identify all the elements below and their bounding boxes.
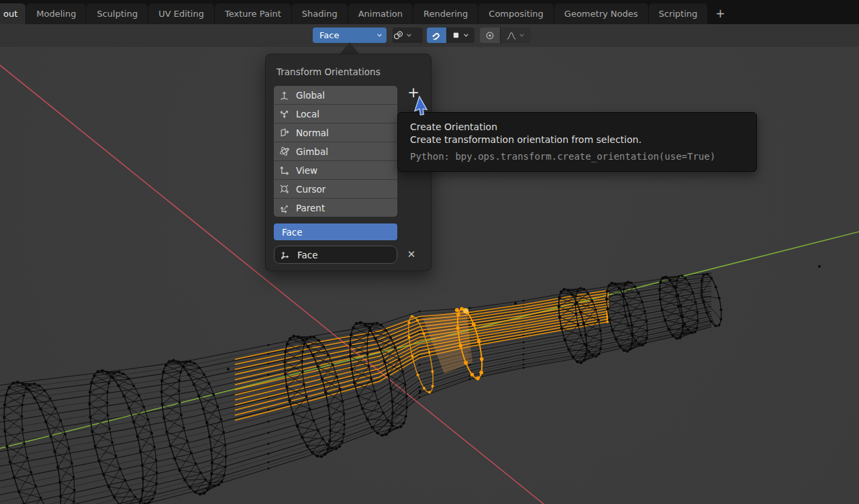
mouse-cursor-icon [411, 91, 438, 122]
snap-magnet-icon [432, 30, 442, 41]
workspace-tab-label: Sculpting [97, 9, 138, 19]
chevron-down-icon [518, 32, 525, 39]
orientation-normal-icon [279, 127, 290, 138]
orientation-option-local[interactable]: Local [274, 104, 397, 123]
orientation-option-cursor[interactable]: Cursor [274, 179, 397, 198]
workspace-tab-label: Geometry Nodes [564, 9, 638, 19]
tooltip-title: Create Orientation [410, 121, 744, 134]
workspace-tab-label: Modeling [36, 9, 76, 19]
orientation-option-view[interactable]: View [274, 160, 397, 179]
workspace-tab-label: Scripting [659, 9, 698, 19]
orientation-global-icon [279, 89, 290, 101]
orientation-name-field[interactable]: Face [274, 246, 397, 264]
workspace-tab-label: Compositing [489, 9, 544, 19]
tooltip: Create Orientation Create transformation… [397, 112, 757, 172]
viewport-header: Face [0, 24, 859, 47]
orientation-cursor-icon [279, 183, 290, 195]
orientation-view-icon [279, 164, 290, 176]
workspace-tab-geometry-nodes[interactable]: Geometry Nodes [554, 3, 648, 24]
popover-title: Transform Orientations [276, 66, 381, 77]
chevron-down-icon [376, 32, 383, 39]
pivot-point-icon [393, 30, 404, 41]
workspace-tab-texture-paint[interactable]: Texture Paint [215, 3, 291, 24]
workspace-tab-label: out [3, 9, 17, 19]
workspace-tab-rendering[interactable]: Rendering [413, 3, 478, 24]
workspace-tab-shading[interactable]: Shading [292, 3, 348, 24]
falloff-dropdown[interactable] [500, 28, 531, 43]
header-controls: Face [313, 28, 531, 43]
topbar: outModelingSculptingUV EditingTexture Pa… [0, 0, 859, 24]
orientation-option-normal[interactable]: Normal [274, 123, 397, 142]
orientation-option-gimbal[interactable]: Gimbal [274, 142, 397, 160]
workspace-tab-sculpting[interactable]: Sculpting [87, 3, 148, 24]
workspace-tab-animation[interactable]: Animation [348, 3, 413, 24]
workspace-tab-compositing[interactable]: Compositing [478, 3, 554, 24]
orientation-gimbal-icon [279, 146, 290, 157]
workspace-tab-out[interactable]: out [0, 3, 26, 24]
workspace-tab-label: Animation [358, 9, 403, 19]
blender-window: outModelingSculptingUV EditingTexture Pa… [0, 0, 859, 504]
delete-orientation-button[interactable]: ✕ [403, 246, 419, 262]
workspace-tab-label: UV Editing [158, 9, 204, 19]
orientation-option-label: Cursor [296, 184, 325, 195]
orientation-option-label: Gimbal [296, 146, 328, 157]
proportional-edit-controls [480, 28, 531, 43]
transform-orientation-value: Face [319, 30, 339, 40]
popover-arrow [340, 42, 359, 54]
workspace-tab-modeling[interactable]: Modeling [26, 3, 86, 24]
tooltip-python: Python: bpy.ops.transform.create_orienta… [410, 150, 744, 162]
transform-orientation-dropdown[interactable]: Face [313, 28, 387, 43]
custom-orientation-selected[interactable]: Face [274, 223, 397, 240]
snap-toggle-button[interactable] [427, 28, 446, 43]
tooltip-description: Create transformation orientation from s… [410, 134, 744, 146]
orientation-option-label: Parent [296, 203, 325, 213]
orientation-option-label: Normal [296, 128, 329, 138]
workspace-tab-scripting[interactable]: Scripting [649, 3, 708, 24]
add-workspace-button[interactable]: + [708, 3, 732, 24]
proportional-editing-toggle[interactable] [480, 28, 500, 43]
orientation-option-label: Global [296, 90, 325, 101]
orientation-option-parent[interactable]: Parent [274, 198, 397, 217]
pivot-point-dropdown[interactable] [393, 28, 423, 43]
orientation-option-global[interactable]: Global [274, 86, 397, 104]
snap-target-dropdown[interactable] [446, 28, 474, 43]
workspace-tab-label: Rendering [423, 9, 468, 19]
chevron-down-icon [405, 32, 413, 39]
object-origin-icon [280, 250, 291, 260]
orientation-parent-icon [279, 202, 290, 213]
workspace-tab-uv-editing[interactable]: UV Editing [148, 3, 214, 24]
snap-increment-icon [452, 31, 460, 40]
custom-orientation-label: Face [282, 227, 303, 238]
falloff-curve-icon [506, 30, 517, 41]
orientation-option-label: Local [296, 109, 319, 119]
orientation-name-value: Face [297, 250, 318, 260]
chevron-down-icon [462, 32, 470, 39]
workspace-tab-label: Texture Paint [225, 9, 281, 19]
orientation-option-label: View [296, 165, 317, 176]
proportional-editing-icon [485, 30, 495, 41]
workspace-tab-label: Shading [302, 9, 338, 19]
orientation-local-icon [279, 108, 290, 119]
snap-controls [427, 28, 474, 43]
